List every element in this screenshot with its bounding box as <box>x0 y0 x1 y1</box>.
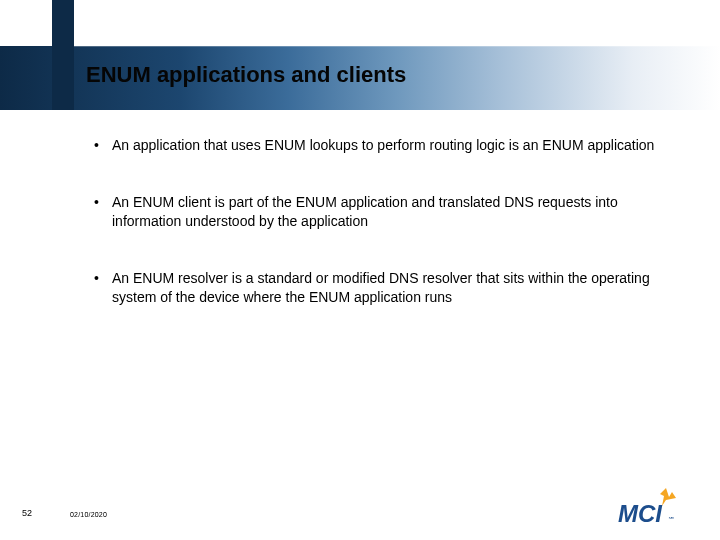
svg-text:℠: ℠ <box>668 516 675 523</box>
bullet-item: • An ENUM client is part of the ENUM app… <box>92 193 666 231</box>
bullet-item: • An ENUM resolver is a standard or modi… <box>92 269 666 307</box>
svg-text:MCI: MCI <box>618 500 663 526</box>
brand-logo: MCI ℠ <box>616 486 692 526</box>
mci-logo-icon: MCI ℠ <box>616 486 692 526</box>
page-number: 52 <box>22 508 32 518</box>
accent-bar <box>52 0 74 110</box>
bullet-text: An application that uses ENUM lookups to… <box>112 136 666 155</box>
bullet-marker: • <box>92 269 112 288</box>
bullet-marker: • <box>92 136 112 155</box>
content-area: • An application that uses ENUM lookups … <box>92 136 666 344</box>
slide-title: ENUM applications and clients <box>86 62 406 88</box>
bullet-marker: • <box>92 193 112 212</box>
divider-line <box>74 46 720 47</box>
bullet-text: An ENUM client is part of the ENUM appli… <box>112 193 666 231</box>
footer-date: 02/10/2020 <box>70 511 107 518</box>
slide: ENUM applications and clients • An appli… <box>0 0 720 540</box>
bullet-item: • An application that uses ENUM lookups … <box>92 136 666 155</box>
bullet-text: An ENUM resolver is a standard or modifi… <box>112 269 666 307</box>
